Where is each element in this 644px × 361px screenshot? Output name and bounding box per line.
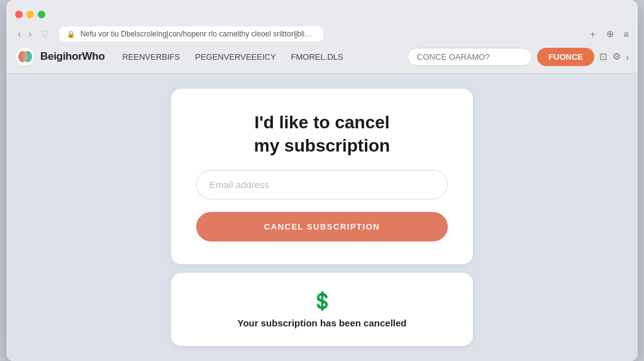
- nav-right-arrow[interactable]: ›: [626, 52, 629, 62]
- nav-link-2[interactable]: PEGENVERVEEEICY: [195, 52, 275, 62]
- nav-icons: ⊡ ⚙ ›: [599, 51, 629, 62]
- close-button[interactable]: [15, 11, 23, 18]
- svg-point-3: [23, 51, 28, 62]
- logo-area: BeigihorWho: [15, 47, 104, 67]
- menu-icon[interactable]: ≡: [623, 29, 629, 40]
- cancel-subscription-button[interactable]: CANCEL SUBSCRIPTION: [196, 212, 448, 242]
- email-input[interactable]: [196, 170, 448, 199]
- lock-icon: 🔒: [67, 30, 75, 38]
- cancelled-icon: 💲: [311, 291, 333, 311]
- logo-text: BeigihorWho: [40, 50, 104, 63]
- minimize-button[interactable]: [26, 11, 34, 18]
- add-icon[interactable]: ⊕: [606, 28, 614, 40]
- card-title: I'd like to cancel my subscription: [254, 111, 390, 157]
- confirmation-message: Your subscription has been cancelled: [238, 318, 407, 328]
- address-bar[interactable]: 🔒 Nefu vor tiu Dbelscrolelng|con/hopenr …: [59, 26, 323, 42]
- traffic-lights: [15, 11, 45, 18]
- new-tab-icon[interactable]: ＋: [588, 28, 597, 40]
- forward-button[interactable]: ›: [26, 27, 34, 41]
- title-bar: [6, 0, 638, 23]
- nav-link-3[interactable]: FMOREL.DLS: [291, 52, 343, 62]
- profile-icon[interactable]: ⊡: [599, 51, 608, 62]
- main-content: I'd like to cancel my subscription CANCE…: [6, 74, 638, 361]
- confirmation-card: 💲 Your subscription has been cancelled: [171, 273, 473, 346]
- back-button[interactable]: ‹: [15, 27, 23, 41]
- browser-window: ‹ › ♡ 🔒 Nefu vor tiu Dbelscrolelng|con/h…: [6, 0, 638, 361]
- logo-icon: [15, 47, 35, 67]
- nav-link-1[interactable]: REENVERBIFS: [122, 52, 180, 62]
- fullscreen-button[interactable]: [38, 11, 45, 18]
- search-input[interactable]: [408, 48, 532, 66]
- cancel-card: I'd like to cancel my subscription CANCE…: [171, 89, 473, 264]
- bookmark-icon[interactable]: ♡: [41, 29, 49, 39]
- cta-button[interactable]: FUONCE: [537, 48, 594, 66]
- nav-arrows: ‹ ›: [15, 27, 35, 41]
- nav-bar: ‹ › ♡ 🔒 Nefu vor tiu Dbelscrolelng|con/h…: [6, 23, 638, 47]
- settings-icon[interactable]: ⚙: [613, 51, 621, 62]
- nav-links: REENVERBIFS PEGENVERVEEEICY FMOREL.DLS: [122, 52, 408, 62]
- url-text: Nefu vor tiu Dbelscrolelng|con/hopenr rl…: [80, 30, 316, 38]
- site-header: BeigihorWho REENVERBIFS PEGENVERVEEEICY …: [6, 47, 638, 74]
